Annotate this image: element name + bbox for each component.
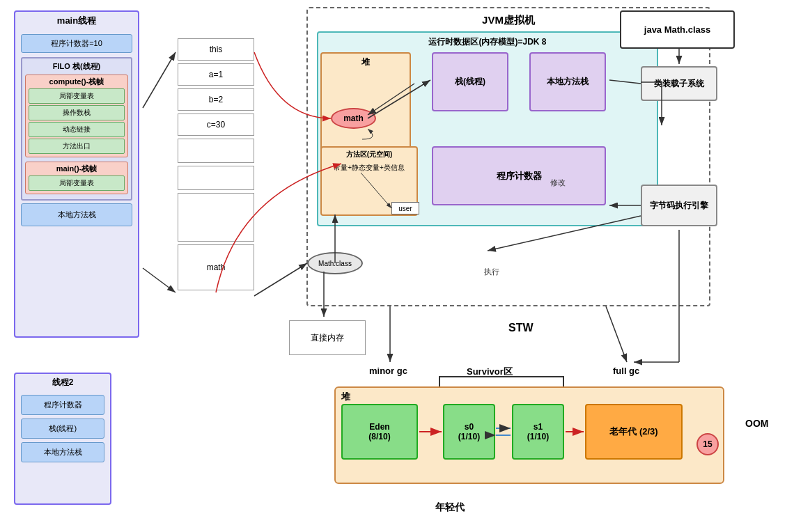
bytecode-exec-label: 字节码执行引擎 <box>650 200 708 212</box>
minor-gc-label: minor gc <box>369 366 407 376</box>
method-area-title: 方法区(元空间) <box>322 148 417 162</box>
main-frame-title: main()-栈帧 <box>29 164 125 174</box>
stack-vars-panel: this a=1 b=2 c=30 math <box>178 38 254 293</box>
main-thread-box: main线程 程序计数器=10 FILO 栈(线程) compute()-栈帧 … <box>14 10 139 338</box>
old-gen-text: 老年代 (2/3) <box>609 425 657 438</box>
full-gc-label: full gc <box>613 366 639 376</box>
native-methods-jvm: 本地方法栈 <box>529 52 606 111</box>
eden-label: Eden <box>369 422 389 432</box>
frame-item-operand-stack: 操作数栈 <box>29 105 125 120</box>
filo-section: FILO 栈(线程) compute()-栈帧 局部变量表 操作数栈 动态链接 … <box>21 57 132 201</box>
stack-var-b: b=2 <box>178 88 254 111</box>
svg-line-3 <box>143 52 176 108</box>
direct-memory-box: 直接内存 <box>289 320 366 355</box>
heap-inner-title: 堆 <box>322 54 410 71</box>
stack-var-empty2 <box>178 166 254 190</box>
oom-label: OOM <box>745 418 768 429</box>
math-oval: math <box>331 108 376 129</box>
stack-var-a: a=1 <box>178 63 254 86</box>
svg-line-4 <box>143 268 176 292</box>
s1-ratio: (1/10) <box>527 432 549 441</box>
main-native-methods: 本地方法栈 <box>21 203 132 226</box>
method-area-content: 常量+静态变量+类信息 <box>322 162 417 174</box>
java-math-class-box: java Math.class <box>620 10 735 49</box>
thread2-stack: 栈(线程) <box>21 418 104 439</box>
s0-ratio: (1/10) <box>458 432 480 441</box>
stack-var-empty3 <box>178 193 254 242</box>
svg-line-16 <box>606 306 627 362</box>
frame-item-method-exit: 方法出口 <box>29 139 125 154</box>
s0-label: s0 <box>465 422 474 432</box>
s0-box: s0 (1/10) <box>443 404 495 460</box>
frame-item-dynamic-link: 动态链接 <box>29 122 125 137</box>
fifteen-circle: 15 <box>696 433 719 455</box>
old-gen-label: 老年代 (2/3) <box>609 425 657 438</box>
filo-title: FILO 栈(线程) <box>25 61 128 72</box>
bytecode-exec: 字节码执行引擎 <box>641 185 717 226</box>
s1-box: s1 (1/10) <box>512 404 564 460</box>
compute-frame: compute()-栈帧 局部变量表 操作数栈 动态链接 方法出口 <box>25 75 128 157</box>
main-frame: main()-栈帧 局部变量表 <box>25 162 128 194</box>
thread2-title: 线程2 <box>15 374 110 391</box>
frame-item-local-vars: 局部变量表 <box>29 88 125 104</box>
eden-box: Eden (8/10) <box>341 404 418 460</box>
thread2-native: 本地方法栈 <box>21 442 104 462</box>
thread2-prog-counter: 程序计数器 <box>21 395 104 415</box>
modify-label: 修改 <box>550 178 566 188</box>
eden-ratio: (8/10) <box>368 432 390 441</box>
main-prog-counter: 程序计数器=10 <box>21 34 132 53</box>
thread2-box: 线程2 程序计数器 栈(线程) 本地方法栈 <box>14 373 111 505</box>
main-thread-title: main线程 <box>15 12 138 30</box>
main-frame-local-vars: 局部变量表 <box>29 175 125 191</box>
stack-var-math: math <box>178 244 254 290</box>
stack-var-c: c=30 <box>178 114 254 136</box>
runtime-title: 运行时数据区(内存模型)=JDK 8 <box>318 33 657 52</box>
s1-label: s1 <box>534 422 543 432</box>
stw-label: STW <box>508 322 534 334</box>
svg-line-5 <box>254 263 307 296</box>
stack-var-empty1 <box>178 139 254 163</box>
diagram-container: main线程 程序计数器=10 FILO 栈(线程) compute()-栈帧 … <box>0 0 794 532</box>
young-gen-label: 年轻代 <box>435 501 465 514</box>
user-label-method: user <box>391 202 419 214</box>
stack-var-this: this <box>178 38 254 61</box>
stack-thread-jvm: 栈(线程) <box>432 52 508 111</box>
old-gen-box: 老年代 (2/3) <box>585 404 683 460</box>
math-class-oval: Math.class <box>307 252 363 274</box>
execute-label: 执行 <box>484 267 499 277</box>
compute-frame-title: compute()-栈帧 <box>29 77 125 87</box>
prog-counter-jvm: 程序计数器 <box>432 146 606 205</box>
class-loader: 类装载子系统 <box>641 66 717 101</box>
